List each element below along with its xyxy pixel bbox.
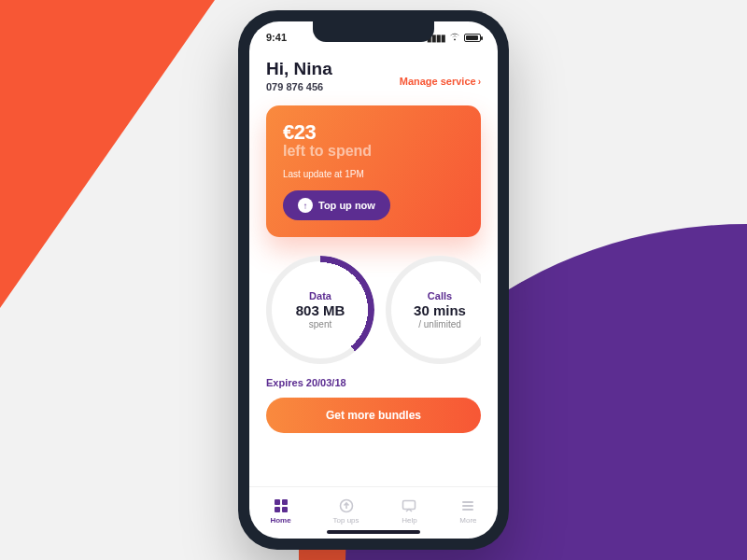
usage-calls-sub: / unlimited bbox=[418, 319, 461, 329]
svg-rect-3 bbox=[282, 507, 288, 512]
tab-home-label: Home bbox=[270, 516, 290, 525]
svg-rect-0 bbox=[275, 499, 280, 505]
main-content: Hi, Nina 079 876 456 Manage service › €2… bbox=[249, 53, 498, 486]
home-indicator[interactable] bbox=[327, 530, 420, 534]
tab-help-label: Help bbox=[402, 516, 416, 525]
status-indicators: ▮▮▮▮ bbox=[427, 33, 481, 43]
top-up-icon: ↑ bbox=[298, 198, 313, 213]
tab-more-label: More bbox=[459, 516, 476, 525]
get-bundles-button[interactable]: Get more bundles bbox=[266, 398, 481, 433]
svg-rect-5 bbox=[403, 501, 416, 510]
usage-calls-value: 30 mins bbox=[414, 302, 466, 318]
greeting: Hi, Nina bbox=[266, 59, 332, 79]
notch bbox=[313, 21, 434, 42]
status-time: 9:41 bbox=[266, 32, 287, 43]
tab-topups[interactable]: Top ups bbox=[333, 497, 359, 525]
chevron-right-icon: › bbox=[478, 77, 481, 87]
tab-topups-label: Top ups bbox=[333, 516, 359, 525]
battery-icon bbox=[464, 34, 481, 42]
tab-help[interactable]: Help bbox=[401, 497, 417, 525]
phone-screen: 9:41 ▮▮▮▮ Hi, Nina 079 876 456 Manage se… bbox=[249, 21, 498, 539]
manage-service-label: Manage service bbox=[400, 76, 476, 87]
bg-shape-orange bbox=[0, 0, 215, 308]
manage-service-link[interactable]: Manage service › bbox=[400, 76, 481, 87]
expiry-label: Expires 20/03/18 bbox=[266, 377, 481, 388]
wifi-icon bbox=[449, 33, 460, 43]
balance-updated: Last update at 1PM bbox=[283, 169, 464, 179]
svg-rect-1 bbox=[282, 499, 288, 505]
phone-frame: 9:41 ▮▮▮▮ Hi, Nina 079 876 456 Manage se… bbox=[238, 10, 509, 550]
top-up-label: Top up now bbox=[318, 200, 375, 211]
phone-number: 079 876 456 bbox=[266, 81, 332, 92]
more-icon bbox=[459, 497, 476, 514]
usage-calls-label: Calls bbox=[428, 290, 452, 301]
tab-home[interactable]: Home bbox=[270, 497, 290, 525]
usage-data-card[interactable]: Data 803 MB spent bbox=[266, 256, 374, 364]
data-progress-ring bbox=[266, 256, 374, 364]
balance-subtitle: left to spend bbox=[283, 143, 464, 160]
tab-more[interactable]: More bbox=[459, 497, 476, 525]
usage-calls-card[interactable]: Calls 30 mins / unlimited bbox=[386, 256, 481, 364]
top-up-button[interactable]: ↑ Top up now bbox=[283, 190, 390, 220]
help-icon bbox=[401, 497, 417, 514]
usage-row[interactable]: Data 803 MB spent Calls 30 mins / unlimi… bbox=[266, 256, 481, 364]
svg-rect-2 bbox=[275, 507, 280, 512]
topups-icon bbox=[338, 497, 355, 514]
balance-card: €23 left to spend Last update at 1PM ↑ T… bbox=[266, 105, 481, 237]
home-icon bbox=[273, 497, 289, 514]
balance-amount: €23 bbox=[283, 120, 464, 145]
